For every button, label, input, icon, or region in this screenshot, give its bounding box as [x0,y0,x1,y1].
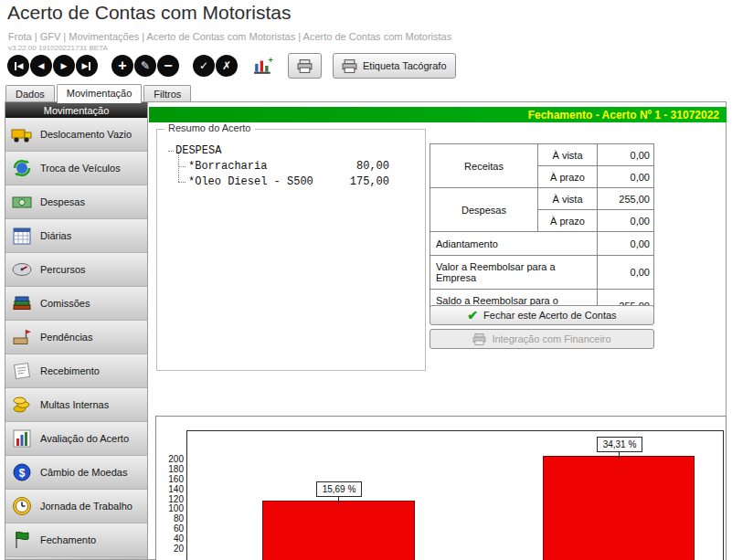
sidebar-item-troca-de-veiculos[interactable]: Troca de Veículos [5,152,147,185]
pencil-icon: ✎ [141,60,150,71]
y-tick: 140 [158,484,184,494]
aprazo-label: À prazo [538,166,598,188]
sidebar-item-comissoes[interactable]: Comissões [5,287,147,321]
edit-button[interactable]: ✎ [134,55,156,77]
check-icon: ✔ [467,309,478,322]
sidebar-item-cambio-de-moedas[interactable]: $ Câmbio de Moedas [5,456,147,490]
books-icon [10,291,34,315]
page-title: Acerto de Contas com Motoristas [7,2,291,24]
previous-record-icon: ◀ [38,62,45,70]
cancel-button[interactable]: ✗ [216,55,238,77]
sidebar-item-label: Recebimento [40,365,100,376]
next-record-button[interactable]: ▶ [53,55,75,77]
fechar-acerto-button[interactable]: ✔ Fechar este Acerto de Contas [430,305,654,325]
sidebar-item-multas-internas[interactable]: Multas Internas [5,388,147,422]
delete-button[interactable]: − [157,55,179,77]
sidebar: Movimentação Deslocamento Vazio Troca de… [5,102,148,559]
resumo-groupbox: Resumo do Acerto DESPESA *Borracharia 80… [156,129,426,371]
etiqueta-tacografo-button[interactable]: Etiqueta Tacógrafo [333,53,456,79]
resumo-tree: DESPESA *Borracharia 80,00 *Oleo Diesel … [157,135,425,370]
last-record-icon: ▶ [82,62,89,70]
sidebar-item-label: Comissões [40,298,90,309]
confirm-button[interactable]: ✓ [193,55,215,77]
tab-movimentacao[interactable]: Movimentação [57,84,143,103]
add-button[interactable]: + [111,55,133,77]
tree-node-item[interactable]: *Borracharia 80,00 [157,160,425,173]
summary-table: Receitas À vista 0,00 À prazo 0,00 Despe… [430,143,654,323]
tree-node-despesa[interactable]: DESPESA [175,144,221,157]
calendar-icon [10,224,34,248]
receitas-avista-value: 0,00 [598,144,654,166]
sidebar-item-avaliacao-do-acerto[interactable]: Avaliação do Acerto [5,422,147,456]
printer-icon [297,59,313,73]
sidebar-item-fechamento[interactable]: Fechamento [5,523,147,557]
next-record-icon: ▶ [61,62,68,70]
last-record-button[interactable]: ▶ [76,55,98,77]
sidebar-item-label: Multas Internas [40,399,109,410]
svg-text:+: + [269,56,273,65]
sidebar-item-label: Diárias [40,230,71,241]
y-tick: 200 [158,454,184,464]
tree-node-item[interactable]: *Oleo Diesel - S500 175,00 [157,175,425,188]
bar-value-label: 15,69 % [316,481,362,497]
sidebar-item-label: Deslocamento Vazio [40,129,132,140]
gauge-icon [10,258,34,281]
flag-icon [10,528,34,552]
toolbar: ◀ ◀ ▶ ▶ + ✎ − ✓ ✗ + [7,52,467,79]
valor-reembolsar-empresa-label: Valor a Reembolsar para a Empresa [430,256,598,290]
tab-filtros[interactable]: Filtros [143,85,191,102]
chart-eval-icon [10,427,34,450]
check-icon: ✓ [199,60,208,71]
previous-record-button[interactable]: ◀ [30,55,52,77]
adiantamento-label: Adiantamento [430,232,598,256]
receipt-icon [10,359,34,383]
version-label: v3.22.00 191020221731 BETA [8,44,108,52]
sidebar-item-label: Jornada de Trabalho [40,501,133,512]
sidebar-item-label: Avaliação do Acerto [40,433,129,444]
app-window: Acerto de Contas com Motoristas Frota | … [0,0,732,560]
sidebar-item-despesas[interactable]: Despesas [5,185,147,219]
vehicle-swap-icon [10,156,34,180]
truck-icon [10,122,34,146]
chart-button[interactable]: + [251,55,275,77]
tab-bar: Dados Movimentação Filtros [5,84,193,102]
y-tick: 80 [158,513,184,523]
sidebar-item-pendencias[interactable]: Pendências [5,321,147,354]
sidebar-header: Movimentação [5,102,147,118]
bar-value-label: 34,31 % [597,437,642,452]
sidebar-item-percursos[interactable]: Percursos [5,253,147,287]
tab-dados[interactable]: Dados [5,85,55,102]
y-tick: 160 [158,474,184,484]
aprazo-label: À prazo [538,210,598,232]
receitas-label: Receitas [430,144,538,188]
valor-reembolsar-empresa-value: 0,00 [598,256,654,290]
etiqueta-tacografo-label: Etiqueta Tacógrafo [363,60,447,71]
integracao-financeiro-label: Integração com Financeiro [492,333,610,344]
first-record-icon [15,62,16,70]
fechar-acerto-label: Fechar este Acerto de Contas [483,310,617,321]
plus-icon: + [118,58,126,73]
sidebar-item-deslocamento-vazio[interactable]: Deslocamento Vazio [5,118,147,152]
despesas-label: Despesas [430,188,538,232]
sidebar-item-recebimento[interactable]: Recebimento [5,354,147,388]
avista-label: À vista [538,188,598,210]
chart-bar [262,501,415,560]
print-button[interactable] [288,53,322,79]
sidebar-item-jornada-de-trabalho[interactable]: Jornada de Trabalho [5,490,147,523]
minus-icon: − [164,58,172,73]
bar-chart-icon: + [253,56,273,76]
chart-bar [543,456,695,560]
banner: Fechamento - Acerto Nº 1 - 31072022 [149,107,727,122]
printer-icon [342,59,357,73]
breadcrumb[interactable]: Frota | GFV | Movimentações | Acerto de … [8,31,451,42]
clock-icon [10,494,34,518]
sidebar-item-diarias[interactable]: Diárias [5,219,147,253]
receitas-aprazo-value: 0,00 [598,166,654,188]
adiantamento-value: 0,00 [598,232,654,256]
y-tick: 100 [158,503,184,513]
first-record-button[interactable]: ◀ [7,55,29,77]
despesas-aprazo-value: 0,00 [598,210,654,232]
resumo-title: Resumo do Acerto [164,122,255,133]
integracao-financeiro-button[interactable]: Integração com Financeiro [430,329,654,349]
sidebar-item-label: Fechamento [40,534,96,545]
